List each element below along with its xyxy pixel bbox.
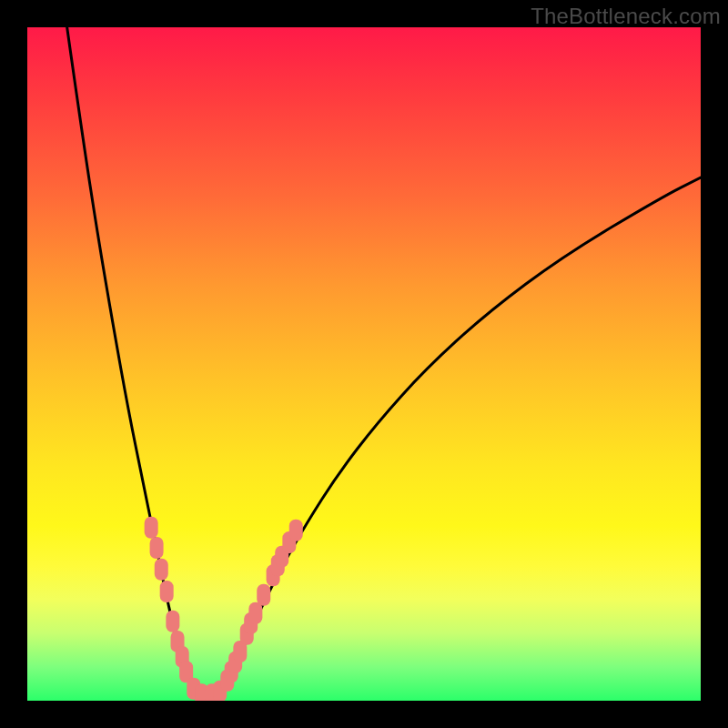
data-marker: [160, 581, 174, 602]
bottleneck-curve-svg: [27, 27, 701, 701]
plot-area: [27, 27, 701, 701]
watermark-text: TheBottleneck.com: [531, 4, 721, 29]
data-marker: [289, 520, 303, 541]
data-marker: [166, 611, 179, 632]
data-marker: [145, 517, 158, 539]
chart-frame: TheBottleneck.com: [0, 0, 728, 728]
data-marker: [248, 602, 262, 624]
data-marker: [257, 584, 270, 606]
data-marker: [155, 559, 168, 581]
data-marker: [150, 537, 164, 559]
